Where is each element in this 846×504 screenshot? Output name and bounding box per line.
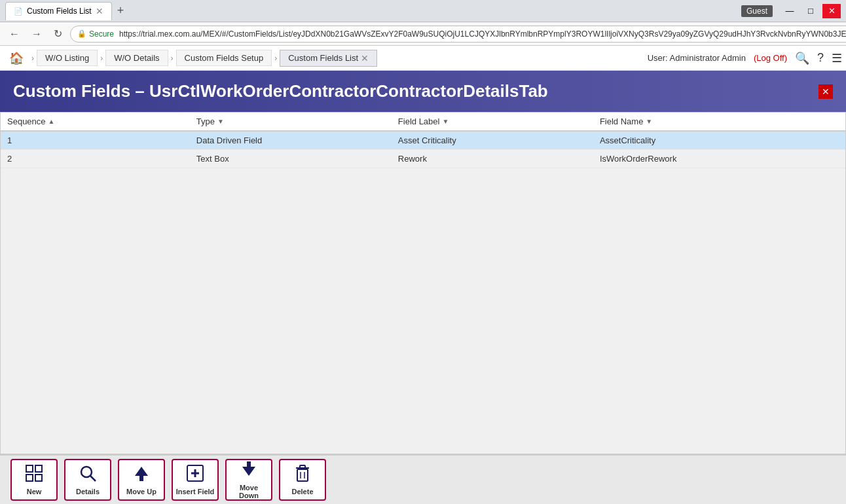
tab-icon: 📄	[14, 7, 23, 16]
cell-sequence-0: 1	[1, 131, 190, 150]
banner-close-button[interactable]: ✕	[818, 84, 833, 99]
col-header-field-name[interactable]: Field Name ▼	[593, 113, 820, 131]
move-up-button[interactable]: Move Up	[118, 459, 165, 501]
details-button-label: Details	[76, 488, 100, 495]
new-button-label: New	[27, 488, 42, 495]
breadcrumb-label-custom-fields-setup[interactable]: Custom Fields Setup	[176, 50, 272, 66]
sort-icon-type: ▼	[217, 118, 224, 125]
cell-field-name-0: AssetCriticality	[593, 131, 820, 150]
svg-rect-1	[35, 465, 42, 472]
cell-type-1: Text Box	[190, 150, 392, 168]
breadcrumb-arrow-2: ›	[98, 54, 105, 63]
col-header-type[interactable]: Type ▼	[190, 113, 392, 131]
cell-field-name-1: IsWorkOrderRework	[593, 150, 820, 168]
svg-point-4	[81, 467, 92, 477]
close-window-button[interactable]: ✕	[822, 4, 841, 18]
guest-badge: Guest	[741, 5, 773, 17]
cell-field-label-1: Rework	[392, 150, 593, 168]
tab-close-btn[interactable]: ✕	[96, 6, 103, 16]
breadcrumb-label-wo-details[interactable]: W/O Details	[105, 50, 168, 66]
cell-scroll-spacer-0	[820, 131, 845, 150]
menu-toolbar-button[interactable]: ☰	[832, 51, 842, 65]
col-field-label-label: Field Label	[398, 117, 440, 126]
breadcrumb-arrow-3: ›	[168, 54, 176, 63]
col-header-sequence[interactable]: Sequence ▲	[1, 113, 190, 131]
cell-sequence-1: 2	[1, 150, 190, 168]
breadcrumb-close-btn[interactable]: ✕	[361, 53, 369, 63]
breadcrumb-wo-details: › W/O Details	[98, 50, 168, 66]
move-down-button-label: Move Down	[229, 484, 268, 499]
svg-rect-15	[300, 465, 305, 468]
tab-bar: 📄 Custom Fields List ✕ +	[5, 1, 741, 20]
insert-field-button-label: Insert Field	[176, 488, 215, 495]
move-down-icon	[240, 460, 258, 482]
browser-tab[interactable]: 📄 Custom Fields List ✕	[5, 2, 112, 20]
minimize-button[interactable]: —	[781, 4, 799, 18]
logoff-link[interactable]: (Log Off)	[754, 53, 787, 63]
breadcrumb-arrow-4: ›	[272, 54, 280, 63]
secure-text: Secure	[89, 29, 114, 39]
table-body: 1 Data Driven Field Asset Criticality As…	[1, 131, 845, 168]
move-down-button[interactable]: Move Down	[225, 459, 272, 501]
custom-fields-table: Sequence ▲ Type ▼ Field Label ▼	[1, 113, 845, 168]
address-field[interactable]: 🔒 Secure https://trial.mex.com.au/MEX/#/…	[70, 26, 846, 43]
page-title: Custom Fields – UsrCtlWorkOrderContracto…	[13, 81, 548, 101]
details-button[interactable]: Details	[64, 459, 111, 501]
svg-line-5	[90, 476, 96, 481]
scroll-spacer	[820, 113, 845, 131]
insert-field-icon	[186, 464, 204, 486]
browser-titlebar: 📄 Custom Fields List ✕ + Guest — □ ✕	[0, 0, 846, 22]
col-header-field-label[interactable]: Field Label ▼	[392, 113, 593, 131]
back-button[interactable]: ←	[5, 27, 24, 41]
toolbar-right: User: Administrator Admin (Log Off) 🔍 ? …	[648, 51, 842, 65]
address-url: https://trial.mex.com.au/MEX/#/CustomFie…	[119, 29, 846, 39]
action-bar: New Details Move Up	[0, 454, 846, 504]
sort-icon-sequence: ▲	[48, 118, 55, 125]
app-toolbar: 🏠 › W/O Listing › W/O Details › Custom F…	[0, 46, 846, 71]
move-up-button-label: Move Up	[126, 488, 156, 495]
new-button[interactable]: New	[10, 459, 58, 501]
delete-button-label: Delete	[291, 488, 313, 495]
user-label: User: Administrator Admin	[648, 53, 746, 63]
reload-button[interactable]: ↻	[50, 26, 66, 41]
svg-rect-7	[139, 476, 143, 481]
home-button[interactable]: 🏠	[4, 48, 29, 68]
main-layout: Custom Fields – UsrCtlWorkOrderContracto…	[0, 71, 846, 504]
breadcrumb-wo-listing: › W/O Listing	[29, 50, 98, 66]
col-field-name-label: Field Name	[600, 117, 643, 126]
secure-icon: 🔒	[77, 29, 86, 38]
delete-button[interactable]: Delete	[279, 459, 326, 501]
tab-title-text: Custom Fields List	[27, 7, 92, 16]
svg-rect-13	[297, 469, 308, 481]
breadcrumb-label-wo-listing[interactable]: W/O Listing	[37, 50, 98, 66]
sort-icon-field-name: ▼	[646, 118, 652, 125]
table-container[interactable]: Sequence ▲ Type ▼ Field Label ▼	[0, 112, 846, 454]
window-controls: Guest — □ ✕	[741, 4, 841, 18]
insert-field-button[interactable]: Insert Field	[172, 459, 219, 501]
delete-icon	[293, 464, 312, 486]
breadcrumb-label-custom-fields-list[interactable]: Custom Fields List ✕	[280, 50, 377, 67]
svg-rect-3	[35, 475, 42, 481]
col-sequence-label: Sequence	[7, 117, 46, 126]
address-bar: ← → ↻ 🔒 Secure https://trial.mex.com.au/…	[0, 22, 846, 46]
cell-scroll-spacer-1	[820, 150, 845, 168]
search-toolbar-button[interactable]: 🔍	[795, 51, 809, 65]
breadcrumb-custom-fields-setup: › Custom Fields Setup	[168, 50, 272, 66]
cell-type-0: Data Driven Field	[190, 131, 392, 150]
svg-marker-12	[242, 467, 255, 476]
help-toolbar-button[interactable]: ?	[817, 51, 824, 65]
new-icon	[25, 464, 43, 486]
col-type-label: Type	[196, 117, 215, 126]
new-tab-button[interactable]: +	[112, 1, 130, 20]
svg-rect-11	[247, 461, 251, 467]
details-icon	[79, 464, 97, 486]
forward-button[interactable]: →	[28, 27, 46, 41]
table-row[interactable]: 1 Data Driven Field Asset Criticality As…	[1, 131, 845, 150]
maximize-button[interactable]: □	[801, 4, 820, 18]
cell-field-label-0: Asset Criticality	[392, 131, 593, 150]
move-up-icon	[132, 464, 151, 486]
svg-marker-6	[135, 467, 148, 476]
page-banner: Custom Fields – UsrCtlWorkOrderContracto…	[0, 71, 846, 112]
table-row[interactable]: 2 Text Box Rework IsWorkOrderRework	[1, 150, 845, 168]
sort-icon-field-label: ▼	[442, 118, 449, 125]
